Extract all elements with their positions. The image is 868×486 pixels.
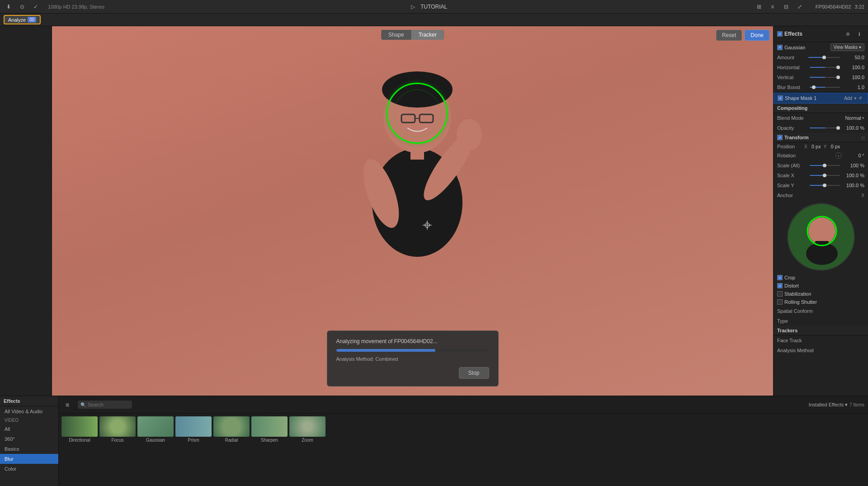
crop-checkbox[interactable] [777,275,783,280]
media-icon[interactable]: ⊙ [17,2,27,12]
effect-prism[interactable]: Prism [175,416,212,483]
search-input[interactable] [88,402,150,407]
directional-thumb-img [61,416,98,437]
analysis-title: Analyzing movement of FP004564HD02... [336,338,489,344]
panel-icon[interactable]: ⊟ [781,2,791,12]
blur-boost-value: 1.0 [842,85,864,90]
tutorial-label: TUTORIAL [420,4,447,10]
cat-all[interactable]: All [0,424,58,434]
check-icon[interactable]: ✓ [31,2,41,12]
cat-basics[interactable]: Basics [0,444,58,454]
effect-focus[interactable]: Focus [99,416,136,483]
gaussian-row: Gaussian View Masks ▾ [774,42,868,52]
blur-boost-slider[interactable] [810,87,840,88]
rotation-dial[interactable]: • [835,152,842,159]
effect-sharpen[interactable]: Sharpen [251,416,288,483]
mask-reset-icon[interactable]: ↺ [857,94,864,102]
prism-thumb-img [175,416,212,437]
amount-slider[interactable] [808,57,840,58]
distort-label: Distort [784,283,799,288]
view-masks-button[interactable]: View Masks ▾ [830,43,864,51]
blend-mode-label: Blend Mode [777,115,845,121]
left-panel [0,26,52,396]
reset-button[interactable]: Reset [716,30,742,41]
anchor-row: Anchor X [774,190,868,200]
x-label: X [804,144,807,149]
distort-checkbox[interactable] [777,283,783,288]
focus-label: Focus [99,438,136,443]
shape-mask-checkbox[interactable] [778,95,783,101]
installed-label[interactable]: Installed Effects ▾ [809,402,848,408]
svg-rect-9 [410,146,424,160]
layout-icon[interactable]: ≡ [768,2,778,12]
face-track-row: Face Track [774,335,868,345]
reset-done-controls: Reset Done [716,30,769,41]
opacity-slider[interactable] [810,127,840,128]
second-bar: Analyze 00 [0,14,868,26]
effects-grid-icon[interactable]: ⊞ [62,400,72,410]
time-display-top: 3:22 [855,4,864,9]
transform-header[interactable]: Transform □ [774,133,868,142]
position-label: Position [777,144,804,149]
vertical-slider[interactable] [810,77,840,78]
compositing-title: Compositing [777,105,864,111]
scale-all-slider[interactable] [810,165,840,166]
info-icon[interactable]: ℹ [854,29,864,39]
stop-button[interactable]: Stop [459,367,489,379]
effects-checkbox[interactable] [777,31,783,37]
top-bar: ⬇ ⊙ ✓ 1080p HD 23.98p, Stereo ▷ TUTORIAL… [0,0,868,14]
trackers-header[interactable]: Trackers [774,326,868,335]
grid-icon[interactable]: ⊞ [754,2,764,12]
gaussian-checkbox[interactable] [777,45,783,50]
tab-shape[interactable]: Shape [381,30,411,40]
tutorial-icon: ▷ [411,4,415,10]
transform-expand-icon: □ [862,135,864,140]
gaussian-thumb-img [137,416,174,437]
filter-icon[interactable]: ⚙ [843,29,853,39]
scale-x-slider[interactable] [810,175,840,176]
scale-y-slider[interactable] [810,185,840,186]
effect-radial[interactable]: Radial [213,416,250,483]
anchor-x-label: X [861,193,864,198]
rolling-shutter-checkbox[interactable] [777,299,783,305]
scale-x-row: Scale X 100.0 % [774,170,868,180]
thumbnail-circle [787,203,855,271]
item-count: 7 Items [849,402,864,407]
rotation-label: Rotation [777,153,835,158]
effect-directional[interactable]: Directional [61,416,98,483]
shape-tracker-tabs: Shape Tracker [381,30,444,40]
horizontal-slider[interactable] [810,67,840,68]
stabilization-checkbox[interactable] [777,291,783,297]
search-bar[interactable]: 🔍 [78,401,132,409]
transform-checkbox[interactable] [777,135,783,140]
analyze-button[interactable]: Analyze 00 [4,15,41,24]
cat-360[interactable]: 360° [0,434,58,444]
effect-zoom[interactable]: Zoom [289,416,326,483]
tab-tracker[interactable]: Tracker [411,30,444,40]
analysis-method-row: Analysis Method [774,345,868,355]
focus-thumb-img [99,416,136,437]
back-icon[interactable]: ⬇ [4,2,14,12]
type-label: Type [777,318,864,324]
done-button[interactable]: Done [745,30,769,41]
expand-icon[interactable]: ⤢ [795,2,805,12]
x-value: 0 px [807,144,821,149]
radial-thumb-img [213,416,250,437]
type-row: Type [774,316,868,326]
compositing-header[interactable]: Compositing [774,104,868,113]
opacity-row: Opacity 100.0 % [774,123,868,133]
svg-point-3 [457,119,482,151]
effect-gaussian[interactable]: Gaussian [137,416,174,483]
cat-color[interactable]: Color [0,464,58,474]
cat-all-video[interactable]: All Video & Audio [0,406,58,416]
scale-all-label: Scale (All) [777,163,808,168]
horizontal-value: 100.0 [842,65,864,70]
effects-lib-header-left: ⊞ 🔍 [62,399,136,411]
scale-x-value: 100.0 % [842,173,864,178]
y-value: 0 px [826,144,840,149]
progress-bar-fill [336,349,436,352]
opacity-value: 100.0 % [842,125,864,131]
zoom-label: Zoom [289,438,326,443]
cat-blur[interactable]: Blur [0,454,58,464]
analysis-method-label: Analysis Method [777,348,864,353]
